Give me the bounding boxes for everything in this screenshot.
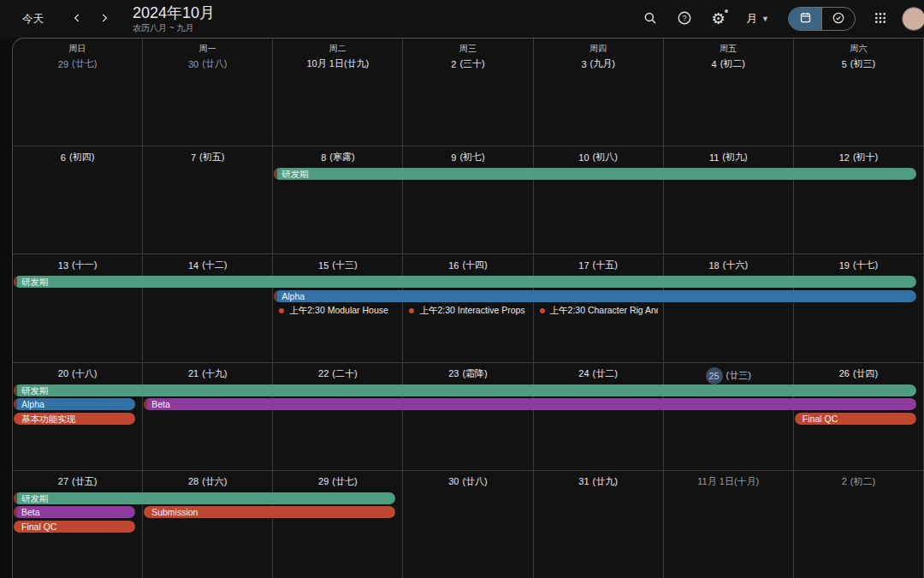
date-label[interactable]: 24(廿二) (534, 367, 663, 380)
date-number[interactable]: 11 (709, 152, 719, 163)
date-label[interactable]: 31(廿九) (534, 475, 663, 488)
view-selector-dropdown[interactable]: 月 ▼ (740, 7, 776, 32)
event-chip[interactable]: Submission (144, 506, 395, 518)
day-cell[interactable]: 6(初四) (13, 146, 143, 253)
date-label[interactable]: 28(廿六) (143, 475, 272, 488)
date-number[interactable]: 26 (839, 368, 850, 378)
day-cell[interactable]: 28(廿六) (143, 471, 273, 578)
event-chip[interactable]: Alpha (274, 290, 916, 302)
date-label[interactable]: 18(十六) (664, 259, 793, 271)
date-label[interactable]: 29(廿七) (273, 475, 402, 488)
day-cell[interactable]: 周三2(三十) (403, 39, 533, 146)
date-label[interactable]: 10(初八) (534, 151, 663, 164)
date-label[interactable]: 11(初九) (664, 151, 793, 164)
date-label[interactable]: 30(廿八) (403, 475, 532, 488)
day-cell[interactable]: 14(十二) (143, 254, 273, 361)
date-label[interactable]: 21(十九) (143, 367, 272, 380)
date-number[interactable]: 10月 1日 (306, 57, 343, 70)
date-label[interactable]: 27(廿五) (13, 475, 142, 488)
date-label[interactable]: 4(初二) (664, 57, 793, 70)
event-chip[interactable]: 研发期 (14, 492, 395, 504)
date-label[interactable]: 13(十一) (13, 259, 142, 271)
date-number[interactable]: 8 (321, 152, 326, 163)
date-label[interactable]: 26(廿四) (794, 367, 923, 380)
date-number[interactable]: 12 (839, 152, 850, 163)
day-cell[interactable]: 周五4(初二) (664, 39, 794, 146)
day-cell[interactable]: 8(寒露) (273, 146, 403, 253)
day-cell[interactable]: 9(初七) (403, 146, 533, 253)
timed-event[interactable]: 上午2:30 Character Rig And Anim (540, 304, 658, 317)
date-number[interactable]: 22 (318, 368, 329, 378)
date-number[interactable]: 19 (839, 260, 850, 271)
day-cell[interactable]: 30(廿八) (403, 471, 533, 578)
date-number[interactable]: 20 (58, 368, 68, 378)
date-number[interactable]: 27 (58, 476, 68, 486)
day-cell[interactable]: 10(初八) (534, 146, 664, 253)
settings-button[interactable]: ⚙ (706, 6, 732, 32)
date-number[interactable]: 17 (578, 260, 589, 271)
day-cell[interactable]: 12(初十) (794, 146, 924, 253)
avatar[interactable] (902, 7, 924, 31)
event-chip[interactable]: 研发期 (14, 384, 916, 396)
date-label[interactable]: 23(霜降) (403, 367, 532, 380)
date-label[interactable]: 15(十三) (273, 259, 402, 271)
date-number[interactable]: 15 (318, 260, 329, 271)
date-label[interactable]: 19(十七) (794, 259, 923, 271)
day-cell[interactable]: 24(廿二) (534, 363, 664, 470)
date-label[interactable]: 30(廿八) (143, 57, 272, 70)
date-number[interactable]: 5 (842, 59, 847, 69)
day-cell[interactable]: 23(霜降) (403, 363, 533, 470)
date-number[interactable]: 18 (708, 260, 719, 271)
day-cell[interactable]: 7(初五) (143, 146, 273, 253)
date-label[interactable]: 2(初二) (794, 475, 923, 488)
date-number[interactable]: 9 (451, 152, 456, 163)
date-number[interactable]: 31 (578, 476, 589, 486)
date-label[interactable]: 25(廿三) (664, 367, 793, 384)
day-cell[interactable]: 29(廿七) (273, 471, 403, 578)
event-chip[interactable]: 基本功能实现 (14, 413, 135, 425)
timed-event[interactable]: 上午2:30 Interactive Props (409, 304, 527, 317)
day-cell[interactable]: 31(廿九) (534, 471, 664, 578)
date-label[interactable]: 8(寒露) (273, 151, 402, 164)
search-button[interactable] (637, 6, 663, 32)
date-number[interactable]: 11月 1日 (697, 475, 734, 488)
date-number[interactable]: 6 (61, 152, 66, 163)
event-chip[interactable]: Final QC (14, 521, 135, 533)
today-button[interactable]: 今天 (15, 7, 50, 32)
date-number[interactable]: 2 (451, 59, 456, 69)
day-cell[interactable]: 2(初二) (794, 471, 924, 578)
date-label[interactable]: 22(二十) (273, 367, 402, 380)
date-number[interactable]: 30 (188, 59, 198, 69)
day-cell[interactable]: 周二10月 1日(廿九) (273, 39, 403, 146)
date-number[interactable]: 10 (578, 152, 589, 163)
timed-event[interactable]: 上午2:30 Modular House (279, 304, 397, 317)
date-label[interactable]: 9(初七) (403, 151, 532, 164)
date-number[interactable]: 28 (188, 476, 198, 486)
date-label[interactable]: 7(初五) (143, 151, 272, 164)
date-label[interactable]: 10月 1日(廿九) (273, 57, 402, 70)
date-number[interactable]: 14 (188, 260, 198, 271)
date-number[interactable]: 30 (448, 476, 459, 486)
apps-menu-button[interactable] (868, 6, 893, 32)
day-cell[interactable]: 18(十六) (664, 254, 794, 361)
date-number[interactable]: 2 (842, 476, 847, 486)
date-number[interactable]: 3 (581, 59, 586, 69)
event-chip[interactable]: 研发期 (274, 168, 916, 180)
day-cell[interactable]: 周一30(廿八) (143, 39, 273, 146)
date-label[interactable]: 20(十八) (13, 367, 142, 380)
day-cell[interactable]: 22(二十) (273, 363, 403, 470)
event-chip[interactable]: Beta (144, 398, 916, 410)
date-label[interactable]: 29(廿七) (13, 57, 142, 70)
date-number[interactable]: 24 (578, 368, 589, 378)
date-label[interactable]: 5(初三) (794, 57, 923, 70)
event-chip[interactable]: Beta (14, 506, 135, 518)
event-chip[interactable]: Final QC (795, 413, 916, 425)
event-chip[interactable]: 研发期 (14, 276, 916, 288)
event-chip[interactable]: Alpha (14, 398, 135, 410)
calendar-view-toggle[interactable] (789, 8, 821, 30)
date-label[interactable]: 16(十四) (403, 259, 532, 271)
date-number[interactable]: 16 (448, 260, 459, 271)
date-label[interactable]: 6(初四) (13, 151, 142, 164)
day-cell[interactable]: 25(廿三) (664, 363, 794, 470)
help-button[interactable]: ? (672, 6, 697, 32)
